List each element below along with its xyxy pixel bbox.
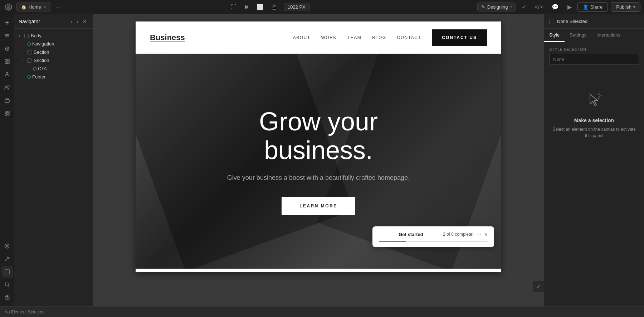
svg-rect-14 [5, 111, 7, 113]
mobile-icon[interactable]: 📱 [269, 2, 279, 12]
get-started-toast: Get started 2 of 8 complete! ··· ∧ [372, 226, 494, 247]
nav-contact[interactable]: CONTACT [397, 35, 421, 40]
tab-interactions[interactable]: Interactions [591, 29, 625, 42]
publish-chevron-icon: ▾ [633, 5, 635, 9]
site-cta-button[interactable]: CONTACT US [432, 29, 487, 46]
tab-style[interactable]: Style [544, 29, 565, 42]
badge-icon[interactable] [1, 266, 13, 278]
nav-close-button[interactable]: ✕ [81, 18, 88, 25]
users-icon[interactable] [1, 82, 13, 93]
tree-chevron-body: ▾ [19, 34, 23, 38]
more-tabs-button[interactable]: ··· [54, 4, 62, 10]
panel-tabs: Style Settings Interactions [544, 29, 644, 42]
store-icon[interactable] [1, 95, 13, 106]
nav-back-button[interactable]: ‹ [69, 18, 74, 25]
canvas-area[interactable]: Business ABOUT WORK TEAM BLOG CONTACT CO… [93, 14, 544, 306]
tree-label-section-1: Section [34, 49, 90, 55]
hero-cta-button[interactable]: LEARN MORE [282, 197, 355, 215]
status-label: No Element Selected [4, 309, 45, 314]
toast-more-button[interactable]: ··· [477, 231, 481, 237]
svg-rect-9 [8, 62, 9, 64]
svg-rect-8 [5, 62, 7, 64]
home-tab[interactable]: 🏠 Home ✕ [16, 3, 51, 11]
tab-settings[interactable]: Settings [565, 29, 591, 42]
tree-item-body[interactable]: ▾ Body [14, 32, 93, 40]
topbar-actions: ✓ </> 💬 ▶ 👤 Share Publish ▾ [519, 2, 640, 12]
publish-button[interactable]: Publish ▾ [611, 2, 640, 12]
component-icon-cta: ⬡ [33, 66, 36, 71]
right-panel: None Selected Style Settings Interaction… [544, 14, 644, 306]
none-selected-checkbox[interactable] [549, 19, 554, 24]
svg-point-17 [8, 114, 9, 115]
apps-icon[interactable] [1, 107, 13, 119]
nav-work[interactable]: WORK [321, 35, 337, 40]
svg-rect-2 [5, 34, 9, 35]
tree-checkbox-body[interactable] [24, 34, 29, 38]
add-button[interactable]: + [1, 17, 13, 29]
mode-label: Designing [487, 4, 508, 10]
canvas-frame[interactable]: Business ABOUT WORK TEAM BLOG CONTACT CO… [136, 21, 501, 272]
svg-line-25 [598, 97, 599, 99]
svg-rect-16 [5, 114, 7, 115]
nav-forward-button[interactable]: › [75, 18, 80, 25]
search-icon[interactable] [1, 279, 13, 290]
svg-rect-15 [8, 111, 9, 113]
tree-label-section-2: Section [34, 58, 90, 63]
tree-item-section-2[interactable]: › Section [14, 56, 93, 64]
make-selection-desc: Select an element on the canvas to activ… [551, 126, 637, 139]
share-button[interactable]: 👤 Share [577, 2, 608, 12]
component-icon-nav: ⬡ [27, 42, 31, 47]
check-icon[interactable]: ✓ [519, 2, 529, 12]
settings-icon[interactable] [1, 240, 13, 252]
svg-rect-6 [5, 59, 7, 61]
svg-point-22 [7, 299, 8, 299]
svg-point-11 [5, 86, 7, 88]
style-selector-input[interactable] [549, 54, 639, 65]
device-controls: ⛶ 🖥 ⬜ 📱 1022 PX [229, 2, 309, 12]
main-layout: + [0, 14, 644, 306]
hero-title: Grow your business. [227, 107, 410, 164]
topbar: 🏠 Home ✕ ··· ⛶ 🖥 ⬜ 📱 1022 PX ✎ Designing… [0, 0, 644, 14]
tree-item-navigation[interactable]: ⬡ Navigation [14, 40, 93, 48]
tree-item-footer[interactable]: ⬡ Footer [14, 73, 93, 81]
components-icon[interactable] [1, 43, 13, 54]
svg-rect-4 [5, 37, 9, 37]
styles-icon[interactable] [1, 69, 13, 80]
tools-icon[interactable] [1, 253, 13, 265]
desktop-icon[interactable]: 🖥 [242, 3, 251, 12]
toast-progress-bar [379, 241, 488, 242]
code-icon[interactable]: </> [532, 3, 546, 12]
tree-checkbox-section2[interactable] [27, 58, 31, 63]
share-icon: 👤 [583, 4, 589, 10]
sidebar-icons: + [0, 14, 14, 306]
home-tab-close-icon[interactable]: ✕ [43, 5, 47, 9]
help-icon[interactable] [1, 292, 13, 303]
corner-expand-icon[interactable]: ⤢ [533, 281, 544, 292]
home-tab-label: Home [29, 4, 41, 10]
make-selection-title: Make a selection [574, 117, 614, 123]
toast-header: Get started 2 of 8 complete! ··· ∧ [379, 231, 488, 237]
assets-icon[interactable] [1, 56, 13, 67]
tablet-icon[interactable]: ⬜ [255, 2, 265, 12]
tree-item-cta[interactable]: ⬡ CTA [14, 64, 93, 73]
comment-icon[interactable]: 💬 [549, 2, 562, 12]
nav-team[interactable]: TEAM [347, 35, 361, 40]
svg-rect-13 [5, 100, 9, 102]
tree-item-section-1[interactable]: › Section [14, 48, 93, 56]
navigator-header: Navigator ‹ › ✕ [14, 14, 93, 29]
svg-line-23 [599, 93, 600, 95]
mode-selector[interactable]: ✎ Designing ▾ [477, 3, 516, 11]
tree-label-cta: CTA [38, 66, 90, 71]
component-icon-footer: ⬡ [27, 75, 31, 80]
toast-close-button[interactable]: ∧ [484, 231, 488, 237]
tree-label-footer: Footer [32, 74, 90, 80]
layers-icon[interactable] [1, 30, 13, 42]
svg-point-10 [6, 73, 8, 75]
px-display: 1022 PX [284, 3, 309, 11]
nav-about[interactable]: ABOUT [293, 35, 311, 40]
nav-blog[interactable]: BLOG [372, 35, 386, 40]
navigator-title: Navigator [19, 19, 67, 24]
tree-checkbox-section1[interactable] [27, 50, 31, 54]
play-icon[interactable]: ▶ [565, 2, 575, 12]
fullscreen-icon[interactable]: ⛶ [229, 3, 238, 12]
